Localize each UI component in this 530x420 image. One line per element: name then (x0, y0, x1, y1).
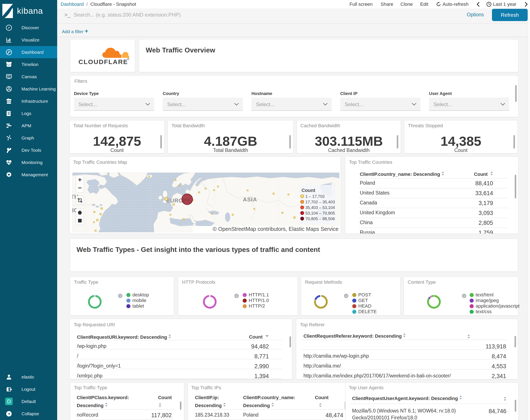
svg-text:53,104 – 70,805: 53,104 – 70,805 (305, 211, 335, 215)
svg-text:+: + (78, 176, 82, 183)
svg-text:ASIA: ASIA (243, 196, 257, 203)
svg-text:70,805 – 88,506: 70,805 – 88,506 (305, 216, 335, 221)
svg-text:−: − (78, 184, 82, 191)
svg-text:1 – 17,702: 1 – 17,702 (305, 194, 325, 199)
svg-text:®: ® (127, 57, 129, 60)
svg-text:© OpenStreetMap contributors,: © OpenStreetMap contributors, Elastic Ma… (213, 226, 339, 232)
svg-text:Count: Count (302, 188, 315, 193)
svg-text:17,702 – 35,403: 17,702 – 35,403 (305, 200, 335, 204)
svg-text:35,403 – 53,104: 35,403 – 53,104 (305, 205, 335, 210)
svg-text:CLOUDFLARE: CLOUDFLARE (78, 58, 128, 65)
